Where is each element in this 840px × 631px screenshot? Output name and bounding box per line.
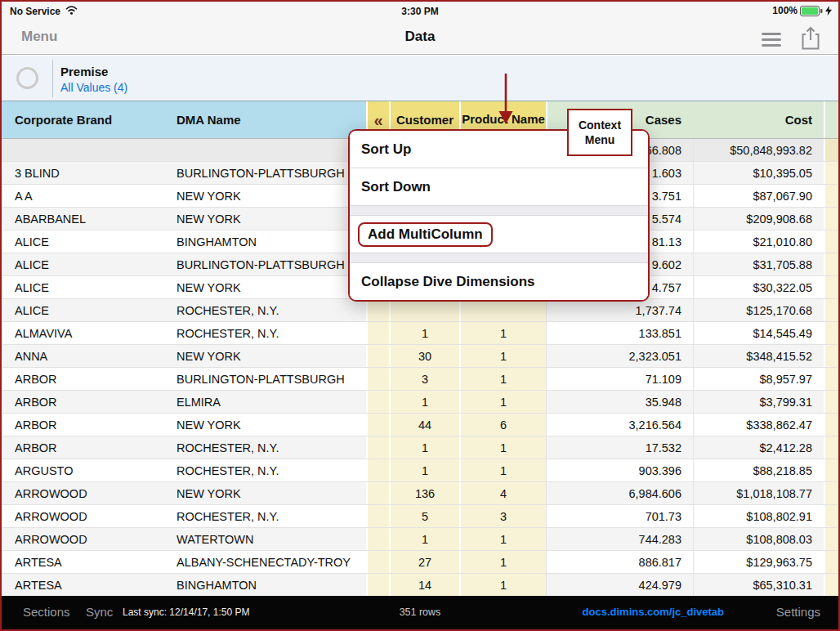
table-row[interactable]: ARROWOODROCHESTER, N.Y.53701.73$108,802.…	[2, 505, 838, 528]
share-icon[interactable]	[801, 26, 820, 53]
status-bar: No Service 3:30 PM 100%	[2, 2, 838, 21]
column-header-dma-name[interactable]: DMA Name	[172, 101, 366, 138]
navigation-bar: Menu Data	[2, 21, 838, 55]
cell	[824, 162, 838, 184]
cell	[366, 482, 389, 504]
cell: ARTESA	[2, 574, 172, 596]
cell: ARROWOOD	[2, 482, 172, 504]
cell: 4	[459, 482, 546, 504]
cell: $65,310.31	[693, 574, 824, 596]
cell: 886.817	[546, 551, 693, 573]
column-header-corporate-brand[interactable]: Corporate Brand	[2, 101, 172, 138]
menu-group-separator	[350, 253, 648, 263]
table-row[interactable]: ARBORNEW YORK4463,216.564$338,862.47	[2, 414, 838, 436]
cell: ARBOR	[2, 391, 172, 413]
table-row[interactable]: ARBORBURLINGTON-PLATTSBURGH3171.109$8,95…	[2, 368, 838, 391]
hamburger-menu-icon[interactable]	[762, 33, 781, 50]
cell: BURLINGTON-PLATTSBURGH	[172, 368, 366, 390]
cell: ARGUSTO	[2, 459, 172, 481]
cell: 424.979	[546, 574, 693, 596]
cell	[824, 185, 838, 207]
cell: 6,984.606	[546, 482, 693, 504]
cell: ALMAVIVA	[2, 322, 172, 344]
cell	[824, 322, 838, 344]
cell: BINGHAMTON	[172, 574, 366, 596]
cell: 3	[459, 505, 546, 527]
column-header-cost[interactable]: Cost	[693, 101, 824, 138]
cell: 1,737.74	[546, 299, 693, 321]
cell: 701.73	[546, 505, 693, 527]
refresh-spinner-icon[interactable]	[16, 67, 38, 89]
cell: ALICE	[2, 230, 172, 253]
cell: 30	[389, 345, 459, 367]
settings-button[interactable]: Settings	[776, 605, 820, 619]
cell: $125,170.68	[693, 299, 824, 321]
table-row[interactable]: ARTESAALBANY-SCHENECTADY-TROY271886.817$…	[2, 551, 838, 574]
cell	[366, 436, 389, 459]
cell: ARROWOOD	[2, 505, 172, 527]
cell: 133.851	[546, 322, 693, 344]
cell: $2,412.28	[693, 436, 824, 459]
cell	[824, 574, 838, 596]
cell	[366, 322, 389, 344]
cell	[366, 368, 389, 390]
table-row[interactable]: ARTESABINGHAMTON141424.979$65,310.31	[2, 574, 838, 596]
cell: ROCHESTER, N.Y.	[172, 436, 366, 459]
cell: $129,963.75	[693, 551, 824, 573]
table-row[interactable]: ARGUSTOROCHESTER, N.Y.11903.396$88,218.8…	[2, 459, 838, 482]
cell: ARROWOOD	[2, 528, 172, 550]
bottom-toolbar: Sections Sync Last sync: 12/14/17, 1:50 …	[2, 596, 838, 629]
cell: ABARBANEL	[2, 208, 172, 230]
cell: 1	[389, 459, 459, 481]
cell: ANNA	[2, 345, 172, 367]
cell: $8,957.97	[693, 368, 824, 390]
cell: ALICE	[2, 253, 172, 275]
cell: ARTESA	[2, 551, 172, 573]
cell: NEW YORK	[172, 208, 366, 230]
cell	[824, 276, 838, 298]
cell: 1	[459, 551, 546, 573]
cell: ARBOR	[2, 414, 172, 436]
menu-item-collapse-dive-dimensions[interactable]: Collapse Dive Dimensions	[350, 263, 648, 300]
cell: 903.396	[546, 459, 693, 481]
filter-name: Premise	[60, 65, 108, 78]
menu-item-sort-down[interactable]: Sort Down	[350, 168, 648, 205]
cell: 3	[389, 368, 459, 390]
cell: 27	[389, 551, 459, 573]
page-title: Data	[2, 29, 838, 45]
cell: 136	[389, 482, 459, 504]
cell: ROCHESTER, N.Y.	[172, 299, 366, 321]
cell	[366, 459, 389, 481]
cell: 1	[459, 436, 546, 459]
table-row[interactable]: ARBORELMIRA1135.948$3,799.31	[2, 391, 838, 414]
cell: 1	[389, 436, 459, 459]
table-row[interactable]: ALMAVIVAROCHESTER, N.Y.11133.851$14,545.…	[2, 322, 838, 345]
table-row[interactable]: ARBORROCHESTER, N.Y.1117.532$2,412.28	[2, 436, 838, 459]
table-row[interactable]: ARROWOODWATERTOWN11744.283$108,808.03	[2, 528, 838, 551]
table-row[interactable]: ARROWOODNEW YORK13646,984.606$1,018,108.…	[2, 482, 838, 505]
cell: 3 BLIND	[2, 162, 172, 184]
cell: 1	[389, 528, 459, 550]
cell	[824, 230, 838, 253]
filter-value-link[interactable]: All Values (4)	[60, 81, 127, 94]
menu-item-add-multicolumn[interactable]: Add MultiColumn	[350, 216, 648, 253]
top-bar: No Service 3:30 PM 100% Menu Data	[2, 2, 838, 55]
battery-indicator: 100%	[772, 5, 832, 16]
cell: ARBOR	[2, 436, 172, 459]
cell: 2,323.051	[546, 345, 693, 367]
cell	[824, 551, 838, 573]
cell: 1	[459, 528, 546, 550]
cell	[389, 299, 459, 321]
cell	[824, 345, 838, 367]
charging-bolt-icon	[825, 6, 832, 16]
cell: 6	[459, 414, 546, 436]
cell: ALICE	[2, 276, 172, 298]
table-row[interactable]: ANNANEW YORK3012,323.051$348,415.52	[2, 345, 838, 368]
docs-link[interactable]: docs.dimins.com/jc_divetab	[583, 606, 724, 618]
cell: 14	[389, 574, 459, 596]
cell	[824, 414, 838, 436]
cell: ARBOR	[2, 368, 172, 390]
cell: 1	[459, 459, 546, 481]
cell	[2, 139, 172, 161]
table-row[interactable]: ALICEROCHESTER, N.Y.1,737.74$125,170.68	[2, 299, 838, 322]
